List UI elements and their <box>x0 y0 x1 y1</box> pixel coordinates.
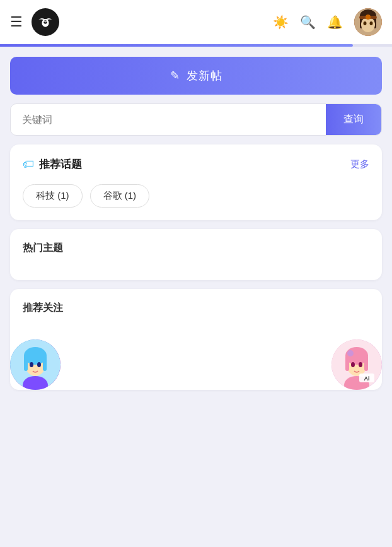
svg-point-17 <box>30 362 33 367</box>
svg-rect-16 <box>43 356 47 371</box>
recommended-topics-header: 🏷 推荐话题 更多 <box>23 157 369 172</box>
card-title-row: 🏷 推荐话题 <box>23 157 82 172</box>
topic-tag-keji[interactable]: 科技 (1) <box>23 184 83 208</box>
theme-toggle-icon[interactable]: ☀️ <box>273 15 289 30</box>
svg-rect-23 <box>345 356 349 371</box>
hamburger-menu-icon[interactable]: ☰ <box>10 14 23 30</box>
svg-point-7 <box>364 21 367 25</box>
search-button[interactable]: 查询 <box>326 104 381 135</box>
search-bar: 查询 <box>10 103 382 136</box>
hot-topics-header: 热门主题 <box>23 242 369 255</box>
search-header-icon[interactable]: 🔍 <box>300 15 316 30</box>
bottom-avatar-left[interactable] <box>10 339 61 390</box>
search-input[interactable] <box>11 104 326 135</box>
recommended-topics-title: 推荐话题 <box>39 157 82 172</box>
hot-topics-card: 热门主题 <box>10 229 382 280</box>
recommended-follow-header: 推荐关注 <box>23 302 369 315</box>
header-right: ☀️ 🔍 🔔 <box>273 8 382 36</box>
header: ☰ ☀️ 🔍 🔔 <box>0 0 392 44</box>
tag-icon: 🏷 <box>23 158 34 171</box>
new-post-label: 发新帖 <box>187 68 222 83</box>
svg-point-25 <box>347 350 354 356</box>
new-post-icon: ✎ <box>170 69 180 83</box>
svg-point-27 <box>359 362 362 367</box>
bottom-avatars: Ai <box>10 339 382 390</box>
topic-tags: 科技 (1) 谷歌 (1) <box>23 184 369 208</box>
bottom-avatar-right[interactable]: Ai <box>331 339 382 390</box>
new-post-button[interactable]: ✎ 发新帖 <box>10 57 382 95</box>
recommended-follow-title: 推荐关注 <box>23 302 63 315</box>
notification-bell-icon[interactable]: 🔔 <box>327 15 343 30</box>
main-content: ✎ 发新帖 查询 🏷 推荐话题 更多 科技 (1) 谷歌 (1) <box>0 47 392 400</box>
svg-point-26 <box>351 362 355 367</box>
avatar[interactable] <box>354 8 382 36</box>
more-link[interactable]: 更多 <box>350 158 369 170</box>
progress-bar <box>0 44 392 47</box>
recommended-follow-card: 推荐关注 <box>10 289 382 390</box>
logo[interactable] <box>32 8 59 36</box>
svg-text:Ai: Ai <box>364 375 370 382</box>
progress-bar-fill <box>0 44 353 47</box>
svg-rect-15 <box>24 356 28 371</box>
topic-tag-google[interactable]: 谷歌 (1) <box>90 184 150 208</box>
svg-point-18 <box>37 362 41 367</box>
recommended-topics-card: 🏷 推荐话题 更多 科技 (1) 谷歌 (1) <box>10 144 382 220</box>
header-left: ☰ <box>10 8 59 36</box>
svg-point-10 <box>366 15 371 20</box>
svg-point-8 <box>370 21 373 25</box>
hot-topics-title: 热门主题 <box>23 242 63 255</box>
svg-rect-24 <box>364 356 368 371</box>
